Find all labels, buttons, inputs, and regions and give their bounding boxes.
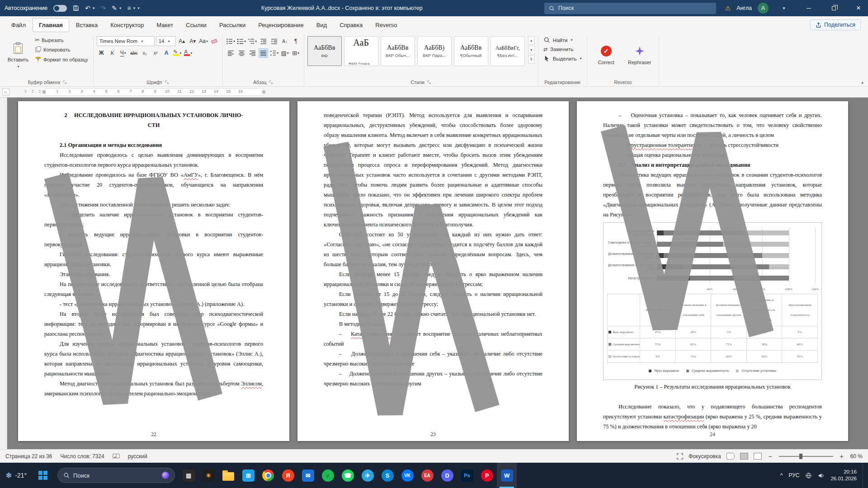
right-indent-marker[interactable] [262,90,265,94]
cut-button[interactable]: ✂Вырезать [33,36,90,44]
ribbon-tab-7[interactable]: Рецензирование [252,19,309,32]
ribbon-tab-4[interactable]: Макет [151,19,179,32]
style-card-1[interactable]: АаБВКР Глава... [344,36,378,66]
zoom-out-button[interactable]: − [767,453,774,460]
document-page-24[interactable]: – Оценочная установка – показывает то, к… [577,101,848,441]
select-button[interactable]: Выделить▾ [542,54,584,63]
zoom-slider[interactable] [779,456,833,457]
highlight-color-button[interactable]: ✎▾ [173,48,182,58]
taskbar-app-discord[interactable]: D [437,463,457,488]
font-size-combo[interactable]: 14▾ [156,36,176,46]
ribbon-tab-6[interactable]: Рассылки [213,19,251,32]
language-indicator[interactable]: русский [128,453,147,460]
italic-button[interactable]: К [108,48,117,58]
align-right-button[interactable] [248,48,257,58]
taskbar-app-skype[interactable]: S [377,463,397,488]
taskbar-app-effects[interactable]: ✳ [198,463,218,488]
style-card-2[interactable]: АаБбВвВКР Обыч... [381,36,415,66]
tray-expand-icon[interactable]: ^ [780,472,783,479]
multilevel-list-button[interactable]: ▾ [248,37,257,46]
ribbon-display-options-button[interactable]: ▾ [774,0,793,16]
zoom-slider-thumb[interactable] [799,454,802,459]
ribbon-tab-9[interactable]: Справка [334,19,368,32]
network-icon[interactable] [805,472,812,479]
taskbar-app-vk[interactable]: VK [397,463,417,488]
document-page-22[interactable]: 2 ИССЛЕДОВАНИЕ ИРРАЦИОНАЛЬНЫХ УСТАНОВОК … [18,101,289,441]
find-button[interactable]: Найти▾ [542,35,584,45]
taskbar-app-telegram[interactable]: ✈ [358,463,377,488]
draw-dropdown-icon[interactable]: ▾ [119,6,122,10]
warning-icon[interactable]: ⚠ [725,5,731,12]
taskbar-app-pinterest[interactable]: P [477,463,497,488]
style-card-4[interactable]: АаБбВв¶Обычный [454,36,488,66]
taskbar-app-explorer[interactable] [218,463,238,488]
copy-button[interactable]: Копировать [33,45,90,54]
reverso-rephraser-button[interactable]: Rephraser [624,36,656,74]
start-button[interactable] [32,463,54,488]
search-box[interactable]: Поиск [544,3,716,14]
undo-dropdown-icon[interactable]: ▾ [93,6,95,10]
text-effects-button[interactable]: А [162,48,171,58]
align-center-button[interactable] [237,48,246,58]
document-page-23[interactable]: поведенческой терапии (РЭПТ). Метод испо… [297,101,569,441]
clear-formatting-button[interactable] [210,37,219,46]
taskbar-app-mail[interactable]: ✉ [298,463,318,488]
clipboard-dialog-launcher-icon[interactable] [63,80,67,84]
format-painter-button[interactable]: Формат по образцу [33,55,90,64]
font-color-button[interactable]: А▾ [184,48,193,58]
bullets-button[interactable]: ▾ [226,37,236,46]
collapse-ribbon-icon[interactable]: ▴ [861,80,863,84]
styles-scroll-up-icon[interactable]: ▴ [528,36,535,45]
ribbon-tab-2[interactable]: Вставка [70,19,104,32]
web-layout-button[interactable] [754,453,762,460]
underline-button[interactable]: Ч▾ [118,48,128,58]
sort-button[interactable]: А↓ [280,37,290,46]
bold-button[interactable]: Ж [97,48,106,58]
zoom-level[interactable]: 60 % [850,453,863,460]
style-card-3[interactable]: АаБбВ)ВКР Пара... [417,36,452,66]
styles-dialog-launcher-icon[interactable] [427,80,431,84]
paste-dropdown-icon[interactable]: ▾ [17,65,19,69]
strikethrough-button[interactable]: abc [129,48,139,58]
line-spacing-button[interactable]: ▾ [269,48,279,58]
focus-icon[interactable] [677,453,683,460]
tab-selector[interactable]: ∟ [2,88,9,95]
subscript-button[interactable]: x₂ [140,48,150,58]
font-dialog-launcher-icon[interactable] [165,80,169,84]
taskbar-app-whatsapp[interactable]: ☎ [338,463,358,488]
styles-expand-icon[interactable]: ⊽ [528,55,535,64]
undo-icon[interactable]: ↶ [85,5,90,11]
ribbon-tab-5[interactable]: Ссылки [180,19,212,32]
volume-icon[interactable] [818,472,825,479]
taskbar-app-word[interactable]: W [497,463,517,488]
taskbar-app-yandex[interactable]: Я [278,463,298,488]
language-input-indicator[interactable]: РУС [788,472,799,479]
ribbon-tab-1[interactable]: Главная [33,18,69,32]
print-layout-button[interactable] [740,453,748,460]
shrink-font-button[interactable]: А▾ [188,37,198,46]
decrease-indent-button[interactable] [259,37,268,46]
numbering-button[interactable]: ▾ [237,37,246,46]
replace-button[interactable]: ⇄Заменить [542,45,584,53]
account-avatar[interactable]: А [758,3,769,14]
justify-button[interactable] [259,48,268,58]
taskbar-app-photoshop[interactable]: Ps [457,463,477,488]
increase-indent-button[interactable] [269,37,279,46]
close-button[interactable]: × [849,0,868,16]
show-desktop-button[interactable] [863,463,865,488]
page-indicator[interactable]: Страница 22 из 36 [5,453,52,460]
ribbon-tab-0[interactable]: Файл [5,19,32,32]
ribbon-tab-10[interactable]: Reverso [369,19,403,32]
styles-scroll-down-icon[interactable]: ▾ [528,46,535,54]
list-tool-icon[interactable]: ≡ [127,5,131,11]
ribbon-tab-8[interactable]: Вид [311,19,333,32]
style-card-0[interactable]: АаБбВввкр [307,36,342,66]
grow-font-button[interactable]: А▴ [177,37,187,46]
restore-button[interactable] [824,0,843,16]
list-dropdown-icon[interactable]: ▾ [133,6,136,10]
taskbar-app-store[interactable]: ⊞ [238,463,258,488]
borders-button[interactable]: ⊞▾ [291,48,301,58]
superscript-button[interactable]: x² [151,48,160,58]
taskbar-app-chrome[interactable] [258,463,278,488]
taskbar-app-spotify[interactable]: ♪ [318,463,338,488]
